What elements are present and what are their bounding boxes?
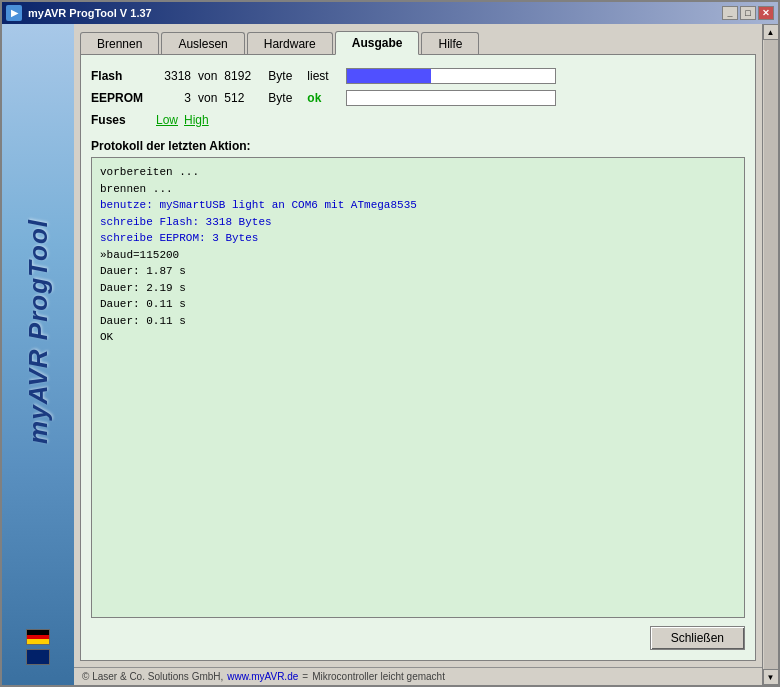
logo-text: myAVR ProgTool	[25, 219, 51, 444]
footer: © Laser & Co. Solutions GmbH, www.myAVR.…	[74, 667, 762, 685]
window-body: myAVR ProgTool Brennen Auslesen	[2, 24, 778, 685]
close-window-button[interactable]: ✕	[758, 6, 774, 20]
tab-brennen[interactable]: Brennen	[80, 32, 159, 55]
protocol-line: schreibe EEPROM: 3 Bytes	[100, 230, 736, 247]
protocol-line: brennen ...	[100, 181, 736, 198]
tab-hilfe[interactable]: Hilfe	[421, 32, 479, 55]
main-window: ▶ myAVR ProgTool V 1.37 _ □ ✕ myAVR Prog…	[0, 0, 780, 687]
scroll-up-button[interactable]: ▲	[763, 24, 779, 40]
protocol-box[interactable]: vorbereiten ... brennen ... benutze: myS…	[91, 157, 745, 618]
tab-hardware[interactable]: Hardware	[247, 32, 333, 55]
footer-tagline: Mikrocontroller leicht gemacht	[312, 671, 445, 682]
protocol-line: vorbereiten ...	[100, 164, 736, 181]
protocol-line: Dauer: 1.87 s	[100, 263, 736, 280]
eeprom-total: 512	[224, 91, 264, 105]
tab-auslesen[interactable]: Auslesen	[161, 32, 244, 55]
fuse-low-link[interactable]: Low	[156, 113, 178, 127]
window-controls: _ □ ✕	[722, 6, 774, 20]
flash-of: von	[198, 69, 217, 83]
minimize-button[interactable]: _	[722, 6, 738, 20]
eeprom-row: EEPROM 3 von 512 Byte ok	[91, 87, 745, 109]
protocol-line: Dauer: 0.11 s	[100, 313, 736, 330]
tab-ausgabe[interactable]: Ausgabe	[335, 31, 420, 55]
sidebar-logo: myAVR ProgTool	[25, 34, 51, 629]
protocol-line: schreibe Flash: 3318 Bytes	[100, 214, 736, 231]
flash-current: 3318	[156, 69, 191, 83]
app-icon: ▶	[6, 5, 22, 21]
flash-values: 3318 von 8192 Byte liest	[156, 69, 342, 83]
eeprom-progress-container	[346, 90, 556, 106]
scroll-down-button[interactable]: ▼	[763, 669, 779, 685]
flash-progress-fill	[347, 69, 430, 83]
title-bar: ▶ myAVR ProgTool V 1.37 _ □ ✕	[2, 2, 778, 24]
flash-row: Flash 3318 von 8192 Byte liest	[91, 65, 745, 87]
flash-unit: Byte	[268, 69, 303, 83]
protocol-line: Dauer: 2.19 s	[100, 280, 736, 297]
scroll-track[interactable]	[764, 40, 778, 669]
eeprom-of: von	[198, 91, 217, 105]
flag-german[interactable]	[26, 629, 50, 645]
fuse-high-link[interactable]: High	[184, 113, 209, 127]
main-content: Brennen Auslesen Hardware Ausgabe Hilfe	[74, 24, 762, 667]
footer-url[interactable]: www.myAVR.de	[227, 671, 298, 682]
footer-separator: =	[302, 671, 308, 682]
eeprom-unit: Byte	[268, 91, 303, 105]
flag-english[interactable]	[26, 649, 50, 665]
protocol-line: benutze: mySmartUSB light an COM6 mit AT…	[100, 197, 736, 214]
fuse-links: Low High	[156, 113, 209, 127]
flash-label: Flash	[91, 69, 156, 83]
title-bar-left: ▶ myAVR ProgTool V 1.37	[6, 5, 152, 21]
protocol-line: »baud=115200	[100, 247, 736, 264]
flash-total: 8192	[224, 69, 264, 83]
eeprom-current: 3	[156, 91, 191, 105]
fuses-row: Fuses Low High	[91, 109, 745, 131]
close-button-row: Schließen	[91, 626, 745, 650]
flash-progress-container	[346, 68, 556, 84]
window-title: myAVR ProgTool V 1.37	[28, 7, 152, 19]
info-table: Flash 3318 von 8192 Byte liest	[91, 65, 745, 131]
flash-status: liest	[307, 69, 342, 83]
footer-copyright: © Laser & Co. Solutions GmbH,	[82, 671, 223, 682]
tab-content: Flash 3318 von 8192 Byte liest	[80, 54, 756, 661]
protocol-line: OK	[100, 329, 736, 346]
fuses-label: Fuses	[91, 113, 156, 127]
scrollbar: ▲ ▼	[762, 24, 778, 685]
close-button[interactable]: Schließen	[650, 626, 745, 650]
sidebar-flags	[26, 629, 50, 665]
tab-bar: Brennen Auslesen Hardware Ausgabe Hilfe	[80, 30, 756, 54]
eeprom-values: 3 von 512 Byte ok	[156, 91, 342, 105]
protocol-label: Protokoll der letzten Aktion:	[91, 139, 745, 153]
eeprom-label: EEPROM	[91, 91, 156, 105]
sidebar: myAVR ProgTool	[2, 24, 74, 685]
eeprom-status: ok	[307, 91, 342, 105]
maximize-button[interactable]: □	[740, 6, 756, 20]
protocol-line: Dauer: 0.11 s	[100, 296, 736, 313]
